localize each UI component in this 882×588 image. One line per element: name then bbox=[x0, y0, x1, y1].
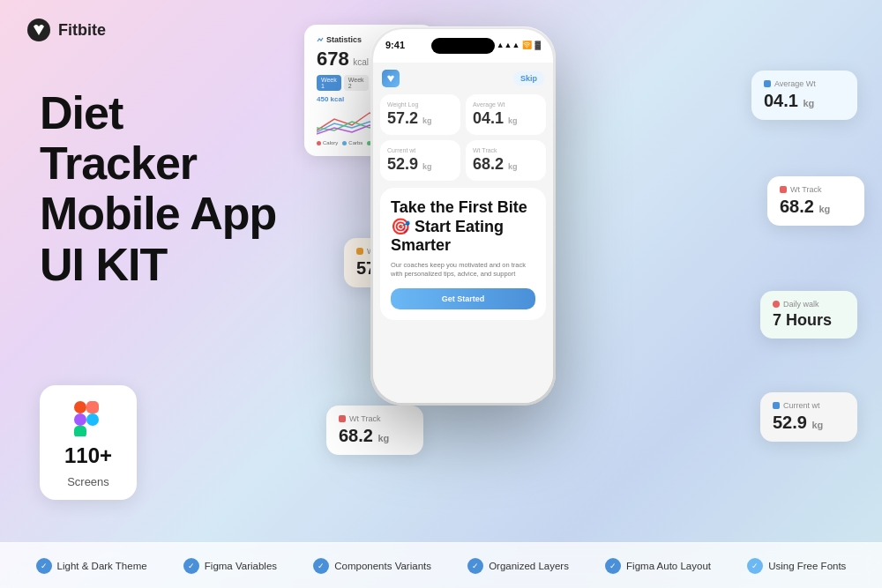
feature-auto-layout: ✓ Figma Auto Layout bbox=[605, 558, 711, 574]
badge-count: 110+ bbox=[64, 443, 112, 468]
figma-icon bbox=[69, 398, 108, 436]
feature-layers: ✓ Organized Layers bbox=[467, 558, 569, 574]
figma-badge: 110+ Screens bbox=[40, 385, 137, 500]
phone-card-weight-log: Weight Log 57.2 kg bbox=[380, 94, 460, 135]
feature-label-components: Components Variants bbox=[334, 561, 431, 571]
stats-title: Statistics bbox=[317, 35, 362, 44]
main-title: Diet Tracker Mobile App UI KIT bbox=[40, 88, 276, 290]
feature-check-light-dark: ✓ bbox=[36, 558, 52, 574]
feature-figma-vars: ✓ Figma Variables bbox=[183, 558, 277, 574]
current-wt-card: Current wt 52.9 kg bbox=[760, 392, 857, 442]
feature-light-dark: ✓ Light & Dark Theme bbox=[36, 558, 147, 574]
svg-point-5 bbox=[86, 413, 99, 426]
wt-track-right-value: 68.2 kg bbox=[780, 197, 852, 217]
feature-bar: ✓ Light & Dark Theme ✓ Figma Variables ✓… bbox=[0, 542, 882, 588]
phone-card-current-wt: Current wt 52.9 kg bbox=[380, 140, 460, 181]
fitbite-logo-icon bbox=[26, 18, 51, 42]
hours-card: Daily walk 7 Hours bbox=[760, 291, 857, 339]
svg-rect-1 bbox=[74, 401, 86, 413]
feature-components: ✓ Components Variants bbox=[313, 558, 431, 574]
wifi-icon: 🛜 bbox=[522, 41, 532, 49]
svg-rect-4 bbox=[86, 401, 99, 413]
status-time: 9:41 bbox=[385, 40, 405, 50]
app-content: Skip Weight Log 57.2 kg Average Wt 04.1 … bbox=[373, 63, 553, 403]
phone-mockup: 9:41 ▲▲▲ 🛜 ▓ Skip Weight Log 5 bbox=[370, 26, 556, 406]
weight-log-icon bbox=[356, 248, 363, 255]
phone-card-wt-track: Wt Track 68.2 kg bbox=[466, 140, 546, 181]
feature-check-auto-layout: ✓ bbox=[605, 558, 621, 574]
feature-free-fonts: ✓ Using Free Fonts bbox=[747, 558, 846, 574]
brand-name: Fitbite bbox=[58, 21, 106, 40]
dynamic-island bbox=[431, 38, 495, 54]
battery-icon: ▓ bbox=[534, 41, 541, 49]
chart-icon bbox=[317, 36, 324, 43]
wt-track-left-card: Wt Track 68.2 kg bbox=[326, 406, 423, 455]
current-wt-icon bbox=[773, 402, 780, 409]
hero-title: Take the First Bite 🎯 Start Eating Smart… bbox=[391, 198, 535, 256]
feature-check-figma-vars: ✓ bbox=[183, 558, 199, 574]
get-started-button[interactable]: Get Started bbox=[391, 288, 535, 309]
wt-track-left-value: 68.2 kg bbox=[339, 426, 411, 446]
skip-button[interactable]: Skip bbox=[513, 71, 544, 86]
wt-track-right-icon bbox=[780, 186, 787, 193]
feature-check-layers: ✓ bbox=[467, 558, 483, 574]
badge-label: Screens bbox=[67, 475, 109, 488]
hours-value: 7 Hours bbox=[773, 311, 845, 330]
hero-desc: Our coaches keep you motivated and on tr… bbox=[391, 261, 535, 279]
header: Fitbite bbox=[26, 18, 106, 42]
status-icons: ▲▲▲ 🛜 ▓ bbox=[497, 41, 541, 49]
avg-wt-card: Average Wt 04.1 kg bbox=[751, 71, 857, 120]
avg-wt-icon bbox=[764, 80, 771, 87]
feature-check-free-fonts: ✓ bbox=[747, 558, 763, 574]
wt-track-right-card: Wt Track 68.2 kg bbox=[767, 176, 864, 226]
app-header: Skip bbox=[380, 70, 546, 87]
phone-card-avg-wt: Average Wt 04.1 kg bbox=[466, 94, 546, 135]
phone-inner: 9:41 ▲▲▲ 🛜 ▓ Skip Weight Log 5 bbox=[373, 29, 553, 403]
wt-track-left-icon bbox=[339, 415, 346, 422]
feature-check-components: ✓ bbox=[313, 558, 329, 574]
phone-outer: 9:41 ▲▲▲ 🛜 ▓ Skip Weight Log 5 bbox=[370, 26, 556, 406]
hero-section: Take the First Bite 🎯 Start Eating Smart… bbox=[380, 188, 546, 320]
svg-rect-3 bbox=[74, 426, 86, 436]
hours-icon bbox=[773, 301, 780, 308]
app-logo-icon bbox=[382, 70, 400, 87]
current-wt-value: 52.9 kg bbox=[773, 413, 845, 433]
phone-cards-grid: Weight Log 57.2 kg Average Wt 04.1 kg Cu… bbox=[380, 94, 546, 181]
signal-icon: ▲▲▲ bbox=[497, 41, 520, 49]
feature-label-auto-layout: Figma Auto Layout bbox=[626, 561, 711, 571]
feature-label-layers: Organized Layers bbox=[489, 561, 569, 571]
feature-label-light-dark: Light & Dark Theme bbox=[57, 561, 147, 571]
feature-label-free-fonts: Using Free Fonts bbox=[768, 561, 846, 571]
avg-wt-value: 04.1 kg bbox=[764, 91, 845, 111]
svg-rect-2 bbox=[74, 413, 86, 426]
feature-label-figma-vars: Figma Variables bbox=[205, 561, 277, 571]
